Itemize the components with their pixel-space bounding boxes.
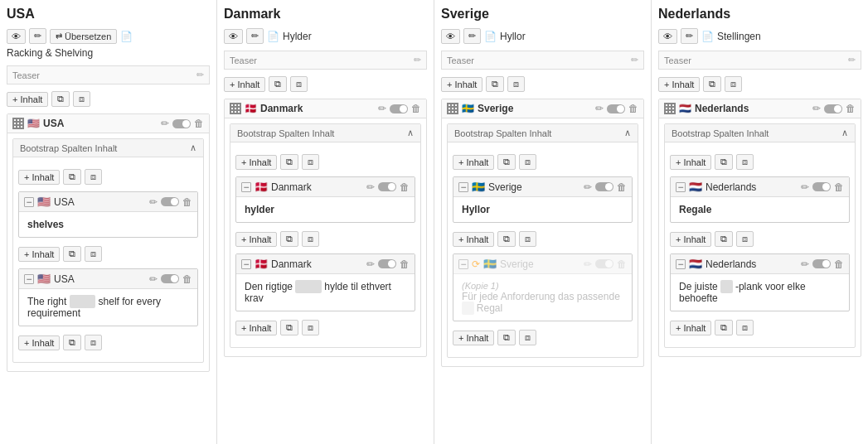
teaser-edit-icon[interactable]: ✏	[414, 55, 421, 65]
add-content-button[interactable]: + Inhalt	[441, 77, 482, 92]
teaser-edit-icon[interactable]: ✏	[196, 70, 204, 80]
eye-button[interactable]: 👁	[658, 29, 677, 44]
card-edit-icon[interactable]: ✏	[366, 181, 375, 193]
card-edit-icon[interactable]: ✏	[584, 181, 592, 193]
card-toggle[interactable]	[161, 274, 179, 283]
card-collapse-icon[interactable]: −	[458, 259, 468, 269]
paste-button[interactable]: ⧈	[736, 231, 754, 247]
card-collapse-icon[interactable]: −	[24, 274, 34, 284]
copy-button[interactable]: ⧉	[63, 169, 81, 185]
card-collapse-icon[interactable]: −	[458, 182, 468, 192]
add-content-button[interactable]: + Inhalt	[670, 155, 711, 170]
card-delete-icon[interactable]: 🗑	[834, 258, 844, 270]
paste-button[interactable]: ⧈	[519, 231, 536, 247]
add-content-button[interactable]: + Inhalt	[235, 155, 277, 170]
section-edit-icon[interactable]: ✏	[161, 118, 169, 129]
card-toggle[interactable]	[812, 182, 831, 191]
card-collapse-icon[interactable]: −	[676, 259, 686, 269]
pencil-button[interactable]: ✏	[29, 28, 46, 44]
section-edit-icon[interactable]: ✏	[812, 103, 821, 114]
section-delete-icon[interactable]: 🗑	[846, 103, 856, 114]
paste-button[interactable]: ⧈	[736, 320, 754, 335]
copy-button[interactable]: ⧉	[703, 76, 721, 92]
card-edit-icon[interactable]: ✏	[801, 258, 809, 270]
add-content-button[interactable]: + Inhalt	[7, 92, 48, 107]
pencil-button[interactable]: ✏	[681, 28, 698, 44]
paste-button[interactable]: ⧈	[302, 154, 319, 170]
paste-button[interactable]: ⧈	[736, 154, 754, 170]
section-delete-icon[interactable]: 🗑	[411, 103, 421, 114]
eye-button[interactable]: 👁	[7, 29, 26, 44]
add-content-button[interactable]: + Inhalt	[224, 77, 265, 92]
section-edit-icon[interactable]: ✏	[595, 103, 604, 114]
bootstrap-chevron-icon[interactable]: ∧	[841, 128, 848, 138]
copy-button[interactable]: ⧉	[63, 335, 81, 350]
paste-button[interactable]: ⧈	[519, 154, 536, 170]
eye-button[interactable]: 👁	[224, 29, 243, 44]
card-edit-icon[interactable]: ✏	[149, 196, 158, 208]
copy-button[interactable]: ⧉	[497, 330, 516, 345]
card-delete-icon[interactable]: 🗑	[617, 181, 627, 193]
card-edit-icon[interactable]: ✏	[149, 273, 158, 285]
card-toggle[interactable]	[595, 182, 613, 191]
eye-button[interactable]: 👁	[441, 29, 460, 44]
add-content-button[interactable]: + Inhalt	[235, 232, 277, 247]
card-delete-icon[interactable]: 🗑	[400, 181, 410, 193]
section-delete-icon[interactable]: 🗑	[628, 103, 638, 114]
paste-button[interactable]: ⧈	[507, 76, 525, 92]
section-toggle[interactable]	[172, 119, 191, 128]
card-edit-icon[interactable]: ✏	[801, 181, 809, 193]
card-toggle[interactable]	[378, 259, 396, 268]
section-delete-icon[interactable]: 🗑	[194, 118, 204, 129]
card-collapse-icon[interactable]: −	[241, 182, 251, 192]
pencil-button[interactable]: ✏	[246, 28, 264, 44]
card-toggle[interactable]	[595, 259, 613, 268]
section-toggle[interactable]	[390, 104, 408, 113]
card-delete-icon[interactable]: 🗑	[400, 258, 410, 270]
paste-button[interactable]: ⧈	[725, 76, 742, 92]
bootstrap-chevron-icon[interactable]: ∧	[190, 142, 196, 153]
translate-button[interactable]: ⇄ Übersetzen	[50, 29, 117, 44]
copy-button[interactable]: ⧉	[497, 154, 516, 170]
section-toggle[interactable]	[607, 104, 625, 113]
card-toggle[interactable]	[161, 197, 179, 206]
copy-button[interactable]: ⧉	[715, 320, 733, 335]
copy-button[interactable]: ⧉	[715, 154, 733, 170]
paste-button[interactable]: ⧈	[302, 320, 319, 335]
paste-button[interactable]: ⧈	[302, 231, 319, 247]
copy-button[interactable]: ⧉	[269, 76, 287, 92]
teaser-edit-icon[interactable]: ✏	[848, 55, 856, 65]
bootstrap-chevron-icon[interactable]: ∧	[624, 128, 631, 138]
paste-button[interactable]: ⧈	[85, 246, 102, 262]
add-content-button[interactable]: + Inhalt	[18, 170, 60, 185]
copy-button[interactable]: ⧉	[280, 231, 298, 247]
card-delete-icon[interactable]: 🗑	[182, 196, 192, 208]
teaser-edit-icon[interactable]: ✏	[631, 55, 638, 65]
card-delete-icon[interactable]: 🗑	[617, 258, 627, 270]
add-content-button[interactable]: + Inhalt	[453, 331, 494, 345]
add-content-button[interactable]: + Inhalt	[453, 155, 494, 170]
add-content-button[interactable]: + Inhalt	[18, 247, 60, 262]
card-collapse-icon[interactable]: −	[676, 182, 686, 192]
pencil-button[interactable]: ✏	[463, 28, 481, 44]
copy-button[interactable]: ⧉	[280, 154, 298, 170]
copy-button[interactable]: ⧉	[486, 76, 504, 92]
paste-button[interactable]: ⧈	[519, 330, 536, 345]
card-edit-icon[interactable]: ✏	[366, 258, 375, 270]
add-content-button[interactable]: + Inhalt	[18, 335, 60, 350]
card-toggle[interactable]	[378, 182, 396, 191]
card-edit-icon[interactable]: ✏	[584, 258, 592, 270]
card-collapse-icon[interactable]: −	[241, 259, 251, 269]
copy-button[interactable]: ⧉	[497, 231, 516, 247]
add-content-button[interactable]: + Inhalt	[235, 321, 277, 335]
card-delete-icon[interactable]: 🗑	[834, 181, 844, 193]
card-collapse-icon[interactable]: −	[24, 197, 34, 207]
paste-button[interactable]: ⧈	[85, 169, 102, 185]
section-edit-icon[interactable]: ✏	[378, 103, 386, 114]
add-content-button[interactable]: + Inhalt	[658, 77, 700, 92]
add-content-button[interactable]: + Inhalt	[453, 232, 494, 247]
paste-button[interactable]: ⧈	[73, 91, 90, 107]
add-content-button[interactable]: + Inhalt	[670, 321, 711, 335]
paste-button[interactable]: ⧈	[290, 76, 308, 92]
section-toggle[interactable]	[824, 104, 842, 113]
